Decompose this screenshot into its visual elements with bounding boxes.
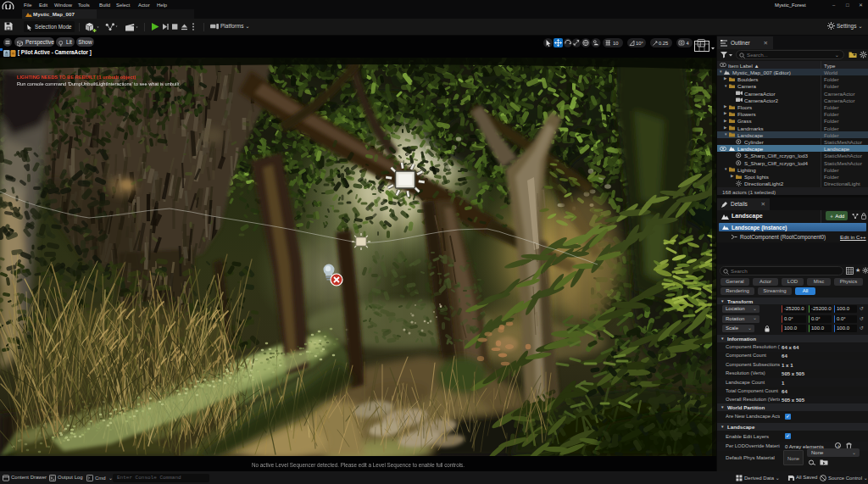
svg-text:0.25: 0.25 (659, 41, 668, 46)
svg-text:10: 10 (613, 41, 618, 46)
svg-text:10°: 10° (636, 41, 643, 46)
